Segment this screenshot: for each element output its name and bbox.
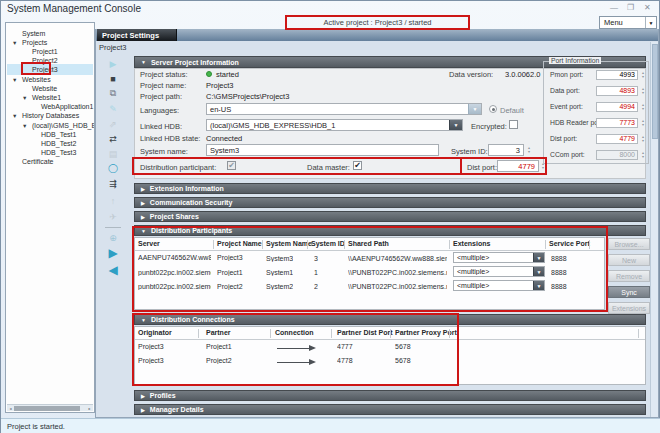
section-distribution-connections[interactable]: ▼ Distribution Connections (134, 314, 646, 325)
tree-item-certificate[interactable]: Certificate (22, 157, 54, 167)
scroll-left-icon[interactable]: ◂ (7, 405, 14, 412)
maximize-icon[interactable]: ❐ (627, 3, 634, 12)
link-hdb-icon[interactable]: ⇄ (102, 132, 124, 145)
tree-horizontal-scrollbar[interactable]: ◂ ▸ (7, 404, 93, 411)
linked-hdb-dropdown[interactable]: (local)\GMS_HDB_EXPRESS\HDB_1 ▼ (206, 119, 463, 131)
default-language-radio[interactable] (489, 105, 497, 113)
stepper-arrows-icon[interactable]: ▴▾ (640, 119, 646, 127)
participant-system[interactable]: System3 (266, 255, 293, 262)
project-path-label: Project path: (140, 92, 182, 101)
system-id-stepper[interactable]: 3 (488, 144, 524, 156)
pmon-port-field[interactable]: 4993 (596, 70, 638, 80)
extensions-button[interactable]: Extensions (608, 302, 650, 314)
system-name-input[interactable]: System3 (206, 144, 439, 156)
extensions-dropdown[interactable]: <multiple> ▼ (453, 252, 545, 263)
expander-icon[interactable]: ▼ (12, 75, 17, 85)
participant-server[interactable]: punbt022pc.in002.siemens.net (138, 283, 211, 290)
scrollbar-thumb[interactable] (652, 44, 658, 139)
copy-project-icon[interactable]: ⧉ (102, 87, 124, 100)
participant-system[interactable]: System2 (266, 283, 293, 290)
save-icon[interactable]: ▤ (102, 147, 124, 160)
participant-system-id[interactable]: 1 (314, 269, 318, 276)
section-extension-information[interactable]: ▶ Extension Information (134, 183, 646, 194)
upload-icon[interactable]: ↑ (102, 194, 124, 207)
deploy-project-icon[interactable]: ⇗ (102, 117, 124, 130)
browse-button[interactable]: Browse... (608, 238, 650, 250)
activate-icon[interactable]: ▶ (102, 246, 124, 259)
stepper-arrows-icon[interactable]: ▴▾ (526, 146, 532, 154)
section-manager-details[interactable]: ▶ Manager Details (134, 404, 646, 415)
participant-shared-path[interactable]: \\PUNBT022PC.in002.siemens.net\Proj (348, 269, 447, 276)
tree-item-history-databases[interactable]: History Databases (22, 111, 79, 121)
connection-proxy-port[interactable]: 5678 (395, 357, 411, 364)
expander-icon[interactable]: ▼ (12, 111, 17, 121)
section-profiles[interactable]: ▶ Profiles (134, 390, 646, 401)
edit-project-icon[interactable]: ✎ (102, 102, 124, 115)
restore-icon[interactable]: ◯ (102, 161, 124, 174)
expander-icon[interactable]: ▼ (22, 93, 27, 103)
upgrade-icon[interactable]: ✈ (102, 210, 124, 223)
scrollbar-thumb[interactable] (14, 406, 80, 411)
stop-project-icon[interactable]: ■ (102, 72, 124, 85)
extensions-dropdown[interactable]: <multiple> ▼ (453, 266, 545, 277)
dist-port-info-field[interactable]: 4779 (596, 134, 638, 144)
hdb-reader-port-field[interactable]: 7773 (596, 118, 638, 128)
minimize-icon[interactable]: — (610, 3, 618, 12)
participant-service-port[interactable]: 8888 (551, 283, 567, 290)
start-project-icon[interactable]: ▶ (102, 57, 124, 70)
participant-system[interactable]: System1 (266, 269, 293, 276)
tab-project-settings[interactable]: Project Settings (97, 29, 177, 41)
section-communication-security[interactable]: ▶ Communication Security (134, 197, 646, 208)
menu-dropdown[interactable]: Menu ▼ (599, 16, 657, 29)
col-originator: Originator (138, 329, 172, 336)
scroll-right-icon[interactable]: ▸ (86, 405, 93, 412)
participant-service-port[interactable]: 8888 (551, 269, 567, 276)
participant-shared-path[interactable]: \\PUNBT022PC.in002.siemens.net\Proj (348, 283, 447, 290)
stepper-arrows-icon: ▴▾ (640, 151, 646, 159)
section-distribution-participants[interactable]: ▼ Distribution Participants (134, 225, 646, 236)
event-port-field[interactable]: 4994 (596, 102, 638, 112)
languages-dropdown[interactable]: en-US ▼ (206, 103, 482, 115)
data-master-checkbox[interactable]: ✔ (353, 161, 362, 170)
expander-icon[interactable]: ▼ (22, 121, 27, 131)
participant-server[interactable]: AAENPU746562W.ww888 (138, 254, 211, 261)
new-button[interactable]: New (608, 254, 650, 266)
participant-system-id[interactable]: 2 (314, 283, 318, 290)
expander-icon[interactable]: ▼ (12, 38, 17, 48)
connection-partner[interactable]: Project1 (206, 343, 232, 350)
connection-originator[interactable]: Project3 (138, 357, 164, 364)
participant-system-id[interactable]: 3 (314, 255, 318, 262)
participant-service-port[interactable]: 8888 (551, 255, 567, 262)
connection-proxy-port[interactable]: 5678 (395, 343, 411, 350)
connection-originator[interactable]: Project3 (138, 343, 164, 350)
extensions-dropdown[interactable]: <multiple> ▼ (453, 280, 545, 291)
participant-project[interactable]: Project3 (217, 254, 243, 261)
distribution-icon[interactable]: ⇶ (102, 177, 124, 190)
sync-button[interactable]: Sync (608, 286, 650, 298)
connection-dist-port[interactable]: 4777 (337, 343, 353, 350)
connection-partner[interactable]: Project2 (206, 357, 232, 364)
expand-icon: ▶ (141, 214, 145, 220)
encrypted-checkbox[interactable] (509, 120, 518, 129)
stepper-arrows-icon[interactable]: ▴▾ (640, 71, 646, 79)
close-icon[interactable]: ✕ (644, 3, 651, 12)
tree-item-project3-selected[interactable]: Project3 (32, 65, 58, 75)
connection-dist-port[interactable]: 4778 (337, 357, 353, 364)
col-service-port: Service Port (549, 240, 590, 247)
remove-button[interactable]: Remove (608, 270, 650, 282)
stepper-arrows-icon[interactable]: ▴▾ (640, 103, 646, 111)
section-project-shares[interactable]: ▶ Project Shares (134, 211, 646, 222)
participant-project[interactable]: Project1 (217, 269, 243, 276)
main-vertical-scrollbar[interactable] (650, 42, 658, 417)
data-port-field[interactable]: 4893 (596, 86, 638, 96)
stepper-arrows-icon[interactable]: ▴▾ (640, 135, 646, 143)
add-icon[interactable]: ⊕ (102, 231, 124, 244)
dist-port-field[interactable]: 4779 (497, 160, 539, 172)
participant-server[interactable]: punbt022pc.in002.siemens.net (138, 269, 211, 276)
distribution-participant-checkbox[interactable]: ✔ (227, 161, 236, 170)
participant-shared-path[interactable]: \\AAENPU746562W.ww888.siemens (348, 255, 447, 262)
stepper-arrows-icon[interactable]: ▴▾ (640, 87, 646, 95)
toolbar-divider (105, 227, 121, 228)
back-icon[interactable]: ◀ (102, 263, 124, 276)
participant-project[interactable]: Project2 (217, 283, 243, 290)
